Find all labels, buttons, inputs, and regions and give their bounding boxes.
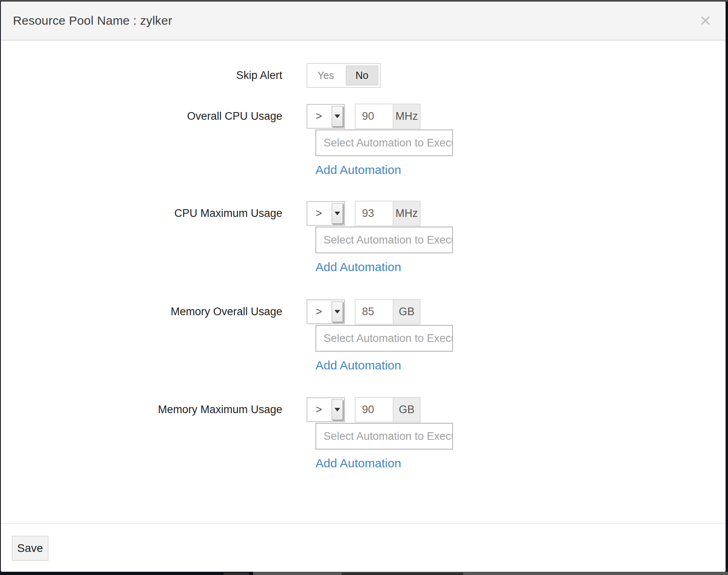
chevron-down-icon[interactable] [332, 399, 343, 420]
chevron-down-icon[interactable] [332, 106, 343, 127]
close-icon[interactable]: ✕ [696, 12, 714, 30]
modal-header: Resource Pool Name : zylker ✕ [1, 2, 726, 41]
skip-alert-toggle[interactable]: Yes No [307, 63, 381, 88]
footer-divider [1, 523, 726, 524]
chevron-down-icon[interactable] [332, 301, 343, 322]
cpu-maximum-usage-label: CPU Maximum Usage [1, 201, 282, 226]
skip-alert-option-no[interactable]: No [346, 66, 378, 85]
operator-select[interactable]: > [307, 201, 345, 226]
threshold-input[interactable] [356, 300, 393, 324]
threshold-group: MHz [355, 201, 421, 226]
unit-label: GB [393, 300, 420, 324]
operator-select[interactable]: > [307, 299, 345, 324]
overall-cpu-usage-row: Overall CPU Usage > MHz Add Automation [1, 104, 726, 183]
threshold-group: GB [355, 299, 421, 325]
add-automation-link[interactable]: Add Automation [315, 260, 401, 274]
automation-select-input[interactable] [315, 423, 453, 450]
overall-cpu-usage-label: Overall CPU Usage [1, 104, 282, 129]
unit-label: GB [393, 398, 420, 422]
automation-select-input[interactable] [315, 227, 453, 253]
automation-select-input[interactable] [315, 325, 453, 352]
memory-overall-usage-row: Memory Overall Usage > GB Add Automation [1, 299, 726, 378]
add-automation-link[interactable]: Add Automation [315, 163, 401, 177]
threshold-group: GB [355, 397, 421, 422]
operator-select[interactable]: > [307, 397, 345, 422]
chevron-down-icon[interactable] [332, 203, 343, 224]
threshold-input[interactable] [356, 202, 393, 225]
threshold-input[interactable] [356, 398, 393, 422]
threshold-group: MHz [355, 104, 421, 129]
threshold-input[interactable] [356, 104, 393, 128]
save-button[interactable]: Save [12, 536, 49, 561]
unit-label: MHz [393, 104, 420, 128]
modal-title: Resource Pool Name : zylker [13, 2, 172, 40]
automation-select-input[interactable] [315, 129, 453, 156]
add-automation-link[interactable]: Add Automation [315, 456, 401, 470]
background-content-fragment [342, 573, 463, 575]
operator-select[interactable]: > [307, 104, 345, 129]
memory-overall-usage-label: Memory Overall Usage [1, 299, 282, 324]
operator-value: > [307, 105, 330, 128]
unit-label: MHz [393, 202, 420, 225]
memory-maximum-usage-label: Memory Maximum Usage [1, 397, 282, 422]
memory-maximum-usage-row: Memory Maximum Usage > GB Add Automation [1, 397, 726, 476]
skip-alert-option-yes[interactable]: Yes [307, 64, 344, 87]
operator-value: > [307, 300, 330, 323]
add-automation-link[interactable]: Add Automation [315, 359, 401, 372]
cpu-maximum-usage-row: CPU Maximum Usage > MHz Add Automation [1, 201, 726, 280]
operator-value: > [307, 398, 330, 421]
skip-alert-row: Skip Alert Yes No [1, 63, 726, 88]
operator-value: > [307, 202, 330, 225]
background-page-bottom-edge [253, 572, 728, 575]
resource-pool-modal: Resource Pool Name : zylker ✕ Skip Alert… [1, 2, 726, 572]
background-content-fragment [224, 573, 249, 575]
skip-alert-label: Skip Alert [1, 63, 282, 88]
